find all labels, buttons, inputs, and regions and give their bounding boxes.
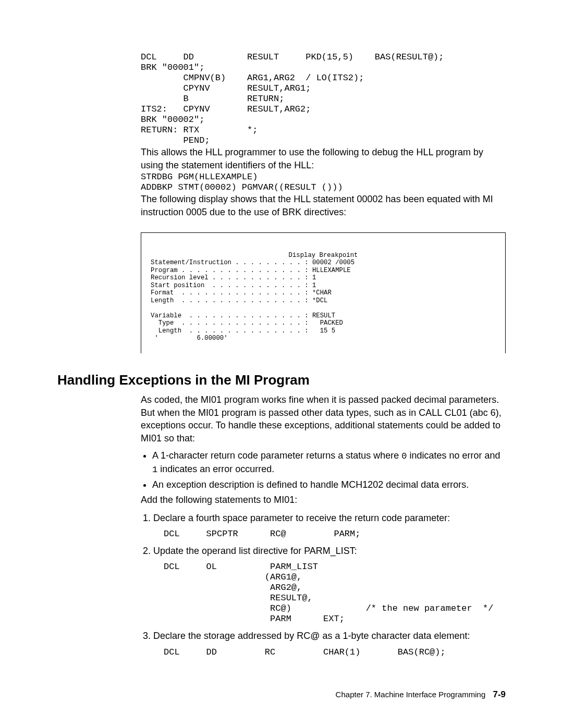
inline-code-zero: 0	[401, 451, 407, 461]
main-content-column: DCL DD RESULT PKD(15,5) BAS(RESULT@); BR…	[141, 52, 506, 353]
code-block-strdbg: STRDBG PGM(HLLEXAMPLE) ADDBKP STMT(00002…	[141, 172, 506, 193]
page: DCL DD RESULT PKD(15,5) BAS(RESULT@); BR…	[0, 0, 563, 728]
step-1: Declare a fourth space parameter to rece…	[153, 512, 506, 539]
display-breakpoint-body: Statement/Instruction . . . . . . . . . …	[151, 259, 496, 342]
bullet-item-exception-desc: An exception description is defined to h…	[152, 478, 506, 491]
paragraph-add-statements: Add the following statements to MI01:	[141, 493, 506, 507]
bullet-text: A 1-character return code parameter retu…	[152, 450, 401, 461]
step-text: Declare the storage addressed by RC@ as …	[153, 631, 470, 641]
step-2: Update the operand list directive for PA…	[153, 545, 506, 624]
paragraph-display-intro: The following display shows that the HLL…	[141, 193, 506, 219]
paragraph-exceptions-intro: As coded, the MI01 program works fine wh…	[141, 393, 506, 445]
code-block-step1: DCL SPCPTR RC@ PARM;	[164, 529, 506, 539]
bullet-list: A 1-character return code parameter retu…	[141, 449, 506, 491]
display-breakpoint-panel: Display Breakpoint Statement/Instruction…	[141, 232, 506, 353]
page-footer: Chapter 7. Machine Interface Programming…	[336, 689, 506, 700]
display-breakpoint-title: Display Breakpoint	[151, 252, 496, 260]
bullet-item-return-code: A 1-character return code parameter retu…	[152, 449, 506, 476]
footer-page-number: 7-9	[493, 689, 506, 699]
ordered-steps: Declare a fourth space parameter to rece…	[141, 512, 506, 658]
section-heading-exceptions: Handling Exceptions in the MI Program	[57, 372, 506, 388]
paragraph-intro-debug: This allows the HLL programmer to use th…	[141, 146, 506, 172]
footer-chapter: Chapter 7. Machine Interface Programming	[336, 690, 486, 699]
step-text: Update the operand list directive for PA…	[153, 546, 357, 556]
section-body: As coded, the MI01 program works fine wh…	[141, 393, 506, 658]
inline-code-one: 1	[152, 465, 157, 475]
step-text: Declare a fourth space parameter to rece…	[153, 513, 450, 523]
code-block-step3: DCL DD RC CHAR(1) BAS(RC@);	[164, 647, 506, 658]
code-block-hll-brk: DCL DD RESULT PKD(15,5) BAS(RESULT@); BR…	[141, 52, 506, 146]
code-block-step2: DCL OL PARM_LIST (ARG1@, ARG2@, RESULT@,…	[164, 562, 506, 624]
bullet-text: indicates an error occurred.	[157, 464, 274, 474]
step-3: Declare the storage addressed by RC@ as …	[153, 630, 506, 657]
bullet-text: indicates no error and	[407, 450, 500, 461]
